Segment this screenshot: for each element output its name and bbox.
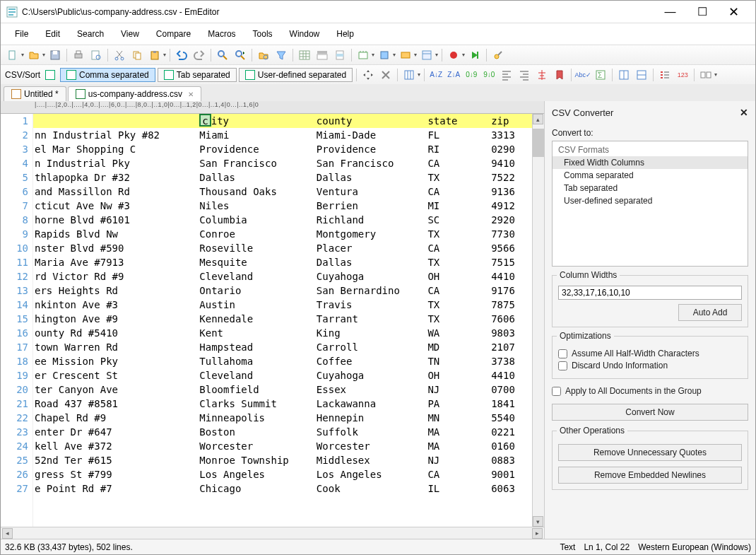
open-file-icon[interactable] [26, 47, 42, 63]
print-preview-icon[interactable] [88, 47, 104, 63]
format-fixed-width[interactable]: Fixed Width Columns [553, 156, 748, 169]
open-dropdown-icon[interactable]: ▾ [42, 52, 45, 58]
cut-icon[interactable] [112, 47, 127, 63]
menu-file[interactable]: File [8, 26, 35, 42]
tab-csv-file[interactable]: us-company-address.csv✕ [68, 86, 201, 101]
table-row[interactable]: nkinton Ave #3AustinTravisTX7875 [33, 298, 532, 312]
minimize-button[interactable]: — [654, 2, 686, 22]
bookmark-icon[interactable] [552, 67, 567, 83]
undo-icon[interactable] [174, 47, 189, 63]
narrowing-icon[interactable] [332, 47, 348, 63]
table-row[interactable]: and Massillon RdThousand OaksVenturaCA91… [33, 185, 532, 199]
formats-listbox[interactable]: CSV Formats Fixed Width Columns Comma se… [552, 141, 748, 267]
grid-b-icon[interactable] [634, 67, 649, 83]
properties-icon[interactable] [490, 47, 506, 63]
menu-help[interactable]: Help [329, 26, 361, 42]
sort-az-icon[interactable]: A↓Z [428, 67, 444, 83]
sort-desc-icon[interactable]: 9↓0 [481, 67, 497, 83]
redo-icon[interactable] [191, 47, 207, 63]
columns-dropdown-icon[interactable]: ▾ [418, 71, 420, 78]
table-row[interactable]: n Industrial PkySan FranciscoSan Francis… [33, 156, 532, 170]
table-row[interactable]: horne Blvd #6101ColumbiaRichlandSC2920 [33, 213, 532, 227]
config-icon[interactable] [419, 47, 435, 63]
scroll-up-icon[interactable]: ▴ [533, 114, 543, 124]
table-row[interactable]: thlapopka Dr #32DallasDallasTX7522 [33, 170, 532, 185]
columns-icon[interactable] [401, 67, 417, 83]
record-dropdown-icon[interactable]: ▾ [462, 52, 465, 58]
table-row[interactable]: ter Canyon AveBloomfieldEssexNJ0700 [33, 382, 532, 397]
table-row[interactable]: nn Industrial Pky #82MiamiMiami-DadeFL33… [33, 128, 532, 142]
list-red-icon[interactable] [657, 67, 673, 83]
plugins-dropdown-icon[interactable]: ▾ [372, 52, 374, 58]
plugins-icon[interactable] [355, 47, 371, 63]
table-row[interactable]: kell Ave #372WorcesterWorcesterMA0160 [33, 439, 532, 453]
tools-icon[interactable] [377, 47, 392, 63]
scroll-thumb[interactable] [533, 129, 544, 157]
table-row[interactable]: ee Mission PkyTullahomaCoffeeTN3738 [33, 354, 532, 368]
new-dropdown-icon[interactable]: ▾ [21, 52, 24, 58]
menu-search[interactable]: Search [70, 26, 111, 42]
table-row[interactable]: el Mar Shopping CProvidenceProvidenceRI0… [33, 142, 532, 156]
sort-asc-icon[interactable]: 0↓9 [463, 67, 479, 83]
macros-icon[interactable] [398, 47, 413, 63]
find-in-files-icon[interactable] [256, 47, 271, 63]
user-separated-button[interactable]: User-defined separated [239, 68, 353, 82]
table-row[interactable]: ers Heights RdOntarioSan BernardinoCA917… [33, 284, 532, 298]
scroll-right-icon[interactable]: ▸ [532, 528, 543, 539]
table-row[interactable]: Maria Ave #7913MesquiteDallasTX7515 [33, 255, 532, 269]
column-widths-input[interactable] [558, 286, 742, 300]
table-row[interactable]: er Crescent StClevelandCuyahogaOH4410 [33, 368, 532, 382]
menu-macros[interactable]: Macros [201, 26, 242, 42]
edit-cell-icon[interactable] [378, 67, 394, 83]
print-icon[interactable] [71, 47, 86, 63]
table-row[interactable]: town Warren RdHampsteadCarrollMD2107 [33, 340, 532, 354]
convert-now-button[interactable]: Convert Now [552, 404, 748, 421]
numbers-icon[interactable]: 123 [675, 67, 690, 83]
menu-compare[interactable]: Compare [149, 26, 198, 42]
table-row[interactable]: ounty Rd #5410KentKingWA9803 [33, 326, 532, 340]
macros-dropdown-icon[interactable]: ▾ [414, 52, 417, 58]
remove-newlines-button[interactable]: Remove Embedded Newlines [558, 467, 742, 484]
table-row[interactable]: nster Blvd #590RosevillePlacerCA9566 [33, 241, 532, 255]
scroll-left-icon[interactable]: ◂ [2, 528, 13, 539]
horizontal-scrollbar[interactable]: ◂ ▸ [1, 527, 544, 539]
csv-toggle-icon[interactable] [42, 67, 58, 83]
apply-all-checkbox[interactable]: Apply to All Documents in the Group [552, 386, 748, 396]
csv-mode-icon[interactable] [297, 47, 312, 63]
cells[interactable]: citycountystatezipnn Industrial Pky #82M… [33, 114, 532, 527]
close-button[interactable]: ✕ [718, 2, 750, 22]
tab-close-icon[interactable]: ✕ [188, 90, 194, 98]
table-row[interactable]: Chapel Rd #9MinneapolisHennepinMN5540 [33, 411, 532, 425]
table-row[interactable]: rd Victor Rd #9ClevelandCuyahogaOH4410 [33, 269, 532, 284]
new-file-icon[interactable] [5, 47, 20, 63]
vertical-scrollbar[interactable]: ▴ ▾ [532, 114, 544, 527]
format-comma[interactable]: Comma separated [553, 169, 748, 182]
table-row[interactable]: Rapids Blvd NwConroeMontgomeryTX7730 [33, 227, 532, 241]
record-macro-icon[interactable] [446, 47, 461, 63]
table-row[interactable]: enter Dr #647BostonSuffolkMA0221 [33, 425, 532, 439]
table-row[interactable]: Road 437 #8581Clarks SummitLackawannaPA1… [33, 397, 532, 411]
remove-quotes-button[interactable]: Remove Unnecessary Quotes [558, 444, 742, 461]
table-row[interactable]: cticut Ave Nw #3NilesBerrienMI4912 [33, 199, 532, 213]
menu-window[interactable]: Window [283, 26, 327, 42]
sort-za-icon[interactable]: Z↓A [446, 67, 461, 83]
run-macro-icon[interactable] [467, 47, 483, 63]
align-center-icon[interactable] [534, 67, 550, 83]
menu-tools[interactable]: Tools [246, 26, 280, 42]
tab-separated-button[interactable]: Tab separated [158, 68, 237, 82]
paste-icon[interactable] [147, 47, 163, 63]
panel-dropdown-icon[interactable]: ▾ [714, 71, 717, 78]
format-user[interactable]: User-defined separated [553, 194, 748, 207]
heading-icon[interactable] [314, 47, 330, 63]
opt-discard-undo[interactable]: Discard Undo Information [558, 361, 742, 370]
tab-untitled[interactable]: Untitled * [4, 86, 66, 101]
format-tab[interactable]: Tab separated [553, 182, 748, 194]
sum-icon[interactable]: Σ [593, 67, 608, 83]
auto-add-button[interactable]: Auto Add [678, 304, 742, 321]
menu-edit[interactable]: Edit [38, 26, 67, 42]
table-row[interactable]: e Point Rd #7ChicagoCookIL6063 [33, 481, 532, 496]
abc-check-icon[interactable]: Abc✓ [575, 67, 591, 83]
maximize-button[interactable]: ☐ [686, 2, 718, 22]
comma-separated-button[interactable]: Comma separated [60, 68, 155, 82]
filter-icon[interactable] [273, 47, 289, 63]
